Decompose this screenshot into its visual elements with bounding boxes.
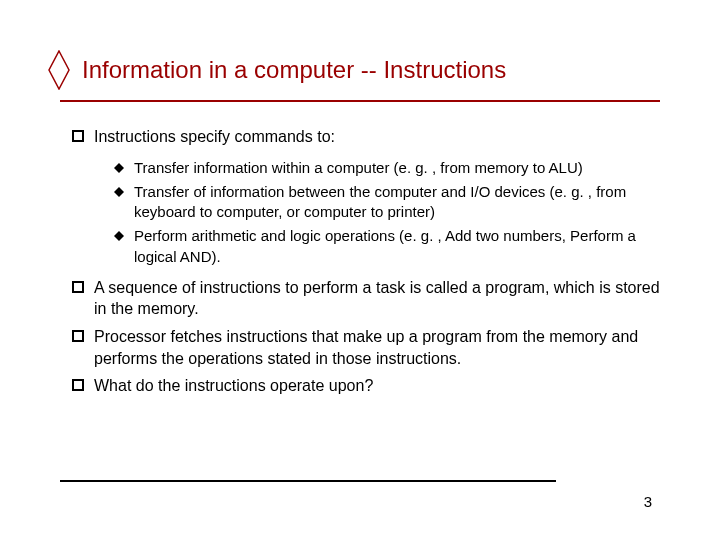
- square-bullet-icon: [72, 130, 84, 142]
- sub-bullet-list: Transfer information within a computer (…: [72, 154, 660, 277]
- body: Instructions specify commands to: Transf…: [0, 102, 720, 397]
- title-row: Information in a computer -- Instruction…: [0, 0, 720, 96]
- sub-bullet-text: Transfer of information between the comp…: [134, 182, 660, 223]
- diamond-icon: [48, 50, 70, 90]
- sub-bullet-item: Transfer information within a computer (…: [114, 158, 660, 178]
- footer-divider: [60, 480, 556, 482]
- bullet-item: Instructions specify commands to:: [72, 126, 660, 148]
- diamond-bullet-icon: [114, 231, 124, 241]
- bullet-text: Processor fetches instructions that make…: [94, 326, 660, 369]
- bullet-text: A sequence of instructions to perform a …: [94, 277, 660, 320]
- sub-bullet-item: Perform arithmetic and logic operations …: [114, 226, 660, 267]
- diamond-bullet-icon: [114, 187, 124, 197]
- sub-bullet-text: Transfer information within a computer (…: [134, 158, 660, 178]
- square-bullet-icon: [72, 281, 84, 293]
- bullet-item: What do the instructions operate upon?: [72, 375, 660, 397]
- svg-marker-2: [114, 187, 124, 197]
- sub-bullet-item: Transfer of information between the comp…: [114, 182, 660, 223]
- bullet-text: What do the instructions operate upon?: [94, 375, 660, 397]
- svg-marker-1: [114, 163, 124, 173]
- slide-title: Information in a computer -- Instruction…: [82, 57, 506, 83]
- bullet-text: Instructions specify commands to:: [94, 126, 660, 148]
- svg-marker-3: [114, 231, 124, 241]
- slide: Information in a computer -- Instruction…: [0, 0, 720, 540]
- diamond-bullet-icon: [114, 163, 124, 173]
- page-number: 3: [644, 493, 652, 510]
- square-bullet-icon: [72, 379, 84, 391]
- bullet-item: Processor fetches instructions that make…: [72, 326, 660, 369]
- svg-marker-0: [49, 51, 69, 89]
- sub-bullet-text: Perform arithmetic and logic operations …: [134, 226, 660, 267]
- bullet-item: A sequence of instructions to perform a …: [72, 277, 660, 320]
- square-bullet-icon: [72, 330, 84, 342]
